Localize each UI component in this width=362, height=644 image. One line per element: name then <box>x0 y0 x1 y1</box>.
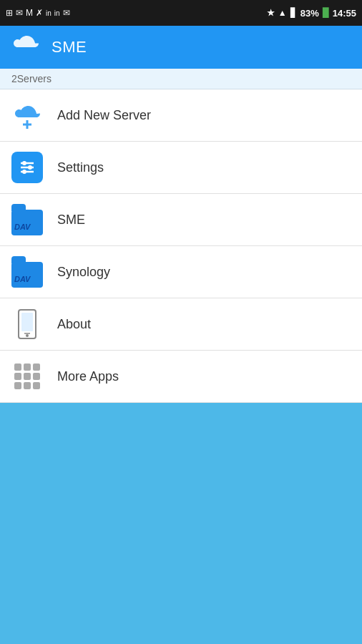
main-content-area <box>0 403 362 641</box>
linkedin-icon: in <box>46 9 52 17</box>
status-bar-left: ⊞ ✉ M ✗ in in ✉ <box>6 8 70 18</box>
battery-label: 83% <box>300 8 319 19</box>
menu-item-more-apps[interactable]: More Apps <box>0 351 362 403</box>
menu-list: Add New Server Settings DAV <box>0 89 362 403</box>
inbox2-icon: ✗ <box>36 8 43 18</box>
signal-icon: ▋ <box>290 8 297 18</box>
header-cloud-icon <box>11 33 41 62</box>
gmail-icon: ✉ <box>16 8 23 18</box>
synology-label: Synology <box>57 265 110 280</box>
svg-point-3 <box>22 161 26 165</box>
svg-point-7 <box>22 170 26 174</box>
servers-label: 2Servers <box>0 69 362 89</box>
message-icon: ✉ <box>63 8 70 18</box>
menu-item-synology[interactable]: DAV Synology <box>0 246 362 298</box>
menu-item-add-server[interactable]: Add New Server <box>0 89 362 142</box>
more-apps-icon <box>11 361 43 392</box>
notification-icon: ⊞ <box>6 8 13 18</box>
about-phone-icon <box>11 308 43 340</box>
add-server-label: Add New Server <box>57 108 151 123</box>
linkedin2-icon: in <box>54 9 60 17</box>
about-label: About <box>57 317 91 332</box>
inbox-icon: M <box>26 8 33 18</box>
status-bar: ⊞ ✉ M ✗ in in ✉ ★ ▲ ▋ 83% ▉ 14:55 <box>0 0 362 26</box>
settings-label: Settings <box>57 160 104 175</box>
servers-count: 2Servers <box>11 73 52 84</box>
sme-folder-icon: DAV <box>11 204 43 235</box>
svg-rect-9 <box>21 313 33 331</box>
menu-item-about[interactable]: About <box>0 298 362 351</box>
battery-icon: ▉ <box>323 8 329 18</box>
menu-item-settings[interactable]: Settings <box>0 142 362 194</box>
app-header: SME <box>0 26 362 69</box>
wifi-icon: ▲ <box>278 8 287 18</box>
svg-point-5 <box>28 165 32 170</box>
cloud-add-icon <box>11 99 43 131</box>
time-display: 14:55 <box>333 8 356 19</box>
synology-folder-icon: DAV <box>11 256 43 288</box>
settings-icon <box>11 152 43 183</box>
more-apps-label: More Apps <box>57 369 119 384</box>
status-bar-right: ★ ▲ ▋ 83% ▉ 14:55 <box>267 8 356 19</box>
bluetooth-icon: ★ <box>267 8 275 18</box>
menu-item-sme[interactable]: DAV SME <box>0 194 362 246</box>
sme-label: SME <box>57 213 85 228</box>
header-title: SME <box>52 38 87 57</box>
svg-point-10 <box>26 334 29 337</box>
